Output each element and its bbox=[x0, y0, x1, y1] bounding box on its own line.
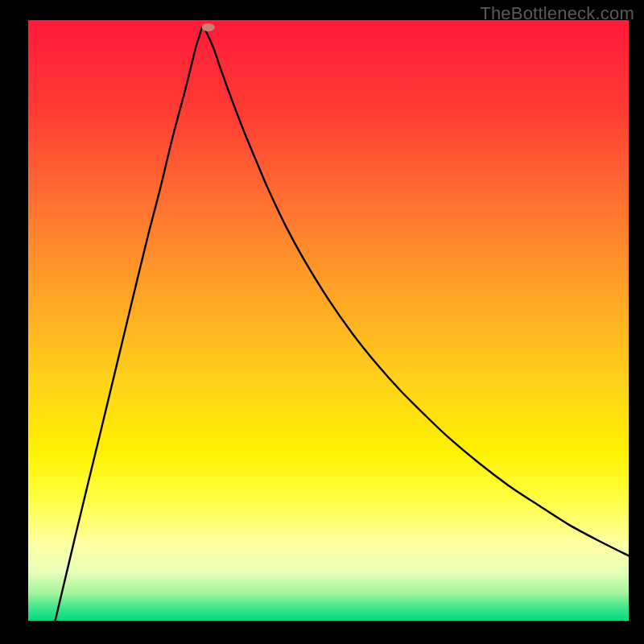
optimum-marker bbox=[202, 23, 215, 31]
chart-frame: TheBottleneck.com bbox=[0, 0, 644, 644]
chart-svg bbox=[28, 20, 629, 621]
plot-area bbox=[28, 20, 629, 621]
watermark-text: TheBottleneck.com bbox=[480, 3, 634, 24]
gradient-background bbox=[28, 20, 629, 621]
